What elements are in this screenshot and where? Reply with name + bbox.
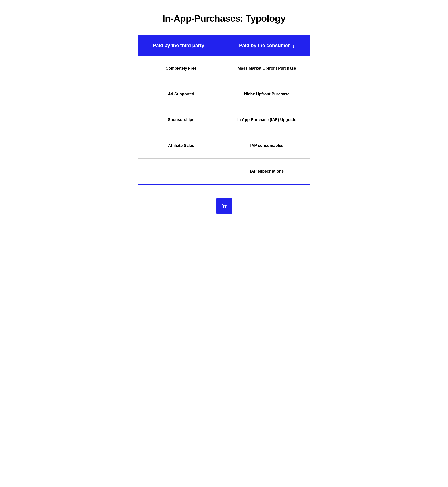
logo-wrapper: I'm	[216, 198, 232, 214]
table-cell-left	[138, 159, 224, 184]
table-cell-right: In App Purchase (IAP) Upgrade	[224, 107, 310, 133]
table-row: Completely Free Mass Market Upfront Purc…	[138, 56, 310, 81]
table-cell-left: Completely Free	[138, 56, 224, 81]
header-cell-third-party: Paid by the third party ↓	[138, 36, 224, 56]
typology-table: Paid by the third party ↓ Paid by the co…	[138, 35, 310, 185]
logo-text: I'm	[220, 203, 228, 209]
table-cell-left: Ad Supported	[138, 81, 224, 107]
header-cell-consumer: Paid by the consumer ↓	[224, 36, 310, 56]
table-header: Paid by the third party ↓ Paid by the co…	[138, 36, 310, 56]
logo-box: I'm	[216, 198, 232, 214]
page-container: In-App-Purchases: Typology Paid by the t…	[138, 13, 310, 214]
table-row: Sponsorships In App Purchase (IAP) Upgra…	[138, 107, 310, 133]
table-cell-right: IAP subscriptions	[224, 159, 310, 184]
table-cell-left: Affiliate Sales	[138, 133, 224, 159]
header-arrow-third-party: ↓	[207, 43, 209, 49]
table-row: Ad Supported Niche Upfront Purchase	[138, 81, 310, 107]
table-row: Affiliate Sales IAP consumables	[138, 133, 310, 159]
table-body: Completely Free Mass Market Upfront Purc…	[138, 56, 310, 184]
table-cell-right: Mass Market Upfront Purchase	[224, 56, 310, 81]
table-cell-right: IAP consumables	[224, 133, 310, 159]
header-arrow-consumer: ↓	[292, 43, 295, 49]
page-title: In-App-Purchases: Typology	[163, 13, 286, 24]
table-cell-left: Sponsorships	[138, 107, 224, 133]
table-cell-right: Niche Upfront Purchase	[224, 81, 310, 107]
table-row: IAP subscriptions	[138, 159, 310, 184]
header-label-third-party: Paid by the third party	[153, 42, 204, 49]
header-label-consumer: Paid by the consumer	[239, 42, 290, 49]
